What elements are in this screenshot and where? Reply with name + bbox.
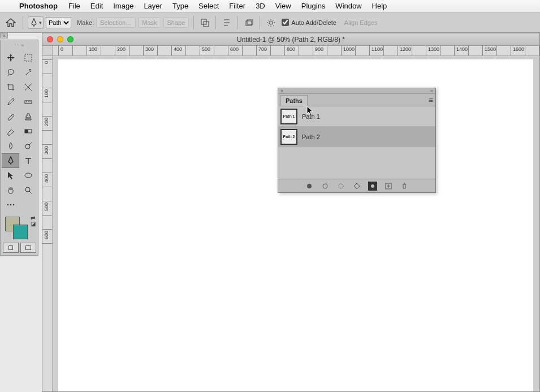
- new-path-icon[interactable]: [384, 182, 393, 191]
- lasso-tool[interactable]: [2, 65, 19, 80]
- color-swatches: ⇄◪: [2, 216, 37, 240]
- load-selection-icon[interactable]: [336, 182, 345, 191]
- menu-help[interactable]: Help: [367, 2, 392, 10]
- tool-empty: [19, 197, 37, 212]
- svg-point-24: [10, 204, 11, 205]
- paths-empty-area[interactable]: [278, 147, 435, 179]
- panel-menu-icon[interactable]: ≡: [429, 96, 433, 105]
- svg-point-30: [371, 184, 374, 188]
- make-work-path-icon[interactable]: [352, 182, 361, 191]
- eyedropper-tool[interactable]: [2, 94, 19, 109]
- eraser-tool[interactable]: [2, 124, 19, 139]
- separator: [260, 16, 260, 29]
- home-button[interactable]: [3, 15, 18, 30]
- canvas-area[interactable]: × « Paths ≡ Path 1Path 1Path 2Path 2: [53, 56, 539, 391]
- dodge-tool[interactable]: [19, 139, 37, 153]
- gear-icon[interactable]: [265, 16, 277, 29]
- svg-point-27: [323, 184, 327, 188]
- svg-point-7: [269, 21, 273, 24]
- brush-tool[interactable]: [2, 109, 19, 124]
- swap-default-colors-icon[interactable]: ⇄◪: [31, 216, 36, 227]
- mac-menu-bar: Photoshop FileEditImageLayerTypeSelectFi…: [0, 0, 540, 12]
- document-titlebar[interactable]: Untitled-1 @ 50% (Path 2, RGB/8) *: [42, 33, 539, 46]
- make-label: Make:: [77, 19, 94, 26]
- slice-tool[interactable]: [19, 80, 37, 94]
- move-tool[interactable]: [2, 50, 19, 65]
- more-tools[interactable]: [2, 197, 19, 212]
- menu-3d[interactable]: 3D: [250, 2, 270, 10]
- ruler-origin[interactable]: [42, 46, 53, 56]
- menu-edit[interactable]: Edit: [85, 2, 108, 10]
- type-tool[interactable]: [19, 153, 37, 168]
- tools-panel-header[interactable]: ⋯ »: [2, 42, 37, 50]
- svg-point-22: [25, 187, 30, 192]
- path-item-label: Path 1: [302, 113, 320, 120]
- tool-mode-select[interactable]: Path: [46, 17, 71, 28]
- path-operations-icon[interactable]: [198, 16, 211, 29]
- panel-tabbar: Paths ≡: [278, 94, 435, 106]
- marquee-tool[interactable]: [19, 50, 37, 65]
- menu-view[interactable]: View: [270, 2, 296, 10]
- make-shape-button[interactable]: Shape: [163, 18, 189, 28]
- standard-mode-icon[interactable]: [3, 243, 19, 253]
- menu-layer[interactable]: Layer: [139, 2, 167, 10]
- svg-rect-16: [25, 54, 32, 61]
- zoom-window-button[interactable]: [67, 36, 74, 42]
- svg-rect-19: [25, 130, 28, 133]
- blur-tool[interactable]: [2, 139, 19, 153]
- hand-tool[interactable]: [2, 183, 19, 197]
- add-mask-icon[interactable]: [368, 182, 377, 191]
- panel-grip[interactable]: × «: [278, 88, 435, 94]
- fill-path-icon[interactable]: [305, 182, 314, 191]
- menu-plugins[interactable]: Plugins: [296, 2, 331, 10]
- svg-line-15: [273, 20, 274, 21]
- stamp-tool[interactable]: [19, 109, 37, 124]
- document-title: Untitled-1 @ 50% (Path 2, RGB/8) *: [42, 36, 539, 44]
- separator: [237, 16, 238, 29]
- make-mask-button[interactable]: Mask: [138, 18, 161, 28]
- path-thumbnail[interactable]: Path 2: [280, 129, 297, 145]
- auto-add-delete-checkbox[interactable]: Auto Add/Delete: [282, 19, 336, 26]
- horizontal-ruler[interactable]: 0100200300400500600700800900100011001200…: [53, 46, 539, 56]
- magic-wand-tool[interactable]: [19, 65, 37, 80]
- menu-type[interactable]: Type: [167, 2, 193, 10]
- gradient-tool[interactable]: [19, 124, 37, 139]
- path-arrange-icon[interactable]: [243, 16, 255, 29]
- menu-window[interactable]: Window: [330, 2, 366, 10]
- menu-file[interactable]: File: [63, 2, 85, 10]
- menu-select[interactable]: Select: [193, 2, 224, 10]
- path-align-icon[interactable]: [221, 16, 233, 29]
- menu-image[interactable]: Image: [108, 2, 139, 10]
- collapsed-dock-toggle[interactable]: «: [0, 33, 8, 38]
- options-bar: ▾ Path Make: Selection… Mask Shape Auto …: [0, 12, 540, 33]
- delete-path-icon[interactable]: [400, 182, 409, 191]
- vertical-ruler[interactable]: 0100200300400500600: [42, 56, 53, 391]
- app-name[interactable]: Photoshop: [14, 2, 63, 10]
- background-color-swatch[interactable]: [13, 225, 28, 239]
- crop-tool[interactable]: [2, 80, 19, 94]
- svg-line-12: [268, 20, 269, 21]
- zoom-tool[interactable]: [19, 183, 37, 197]
- minimize-window-button[interactable]: [57, 36, 63, 42]
- separator: [193, 16, 194, 29]
- path-thumbnail[interactable]: Path 1: [280, 109, 297, 124]
- align-edges-label: Align Edges: [344, 19, 378, 26]
- make-selection-button[interactable]: Selection…: [96, 18, 136, 28]
- stroke-path-icon[interactable]: [321, 182, 330, 191]
- menu-filter[interactable]: Filter: [224, 2, 250, 10]
- close-window-button[interactable]: [47, 36, 53, 42]
- collapse-panel-icon[interactable]: «: [430, 88, 433, 94]
- separator: [215, 16, 216, 29]
- screen-mode-icon[interactable]: [20, 243, 36, 253]
- paths-list: Path 1Path 1Path 2Path 2: [278, 106, 435, 147]
- ellipse-shape-tool[interactable]: [19, 168, 37, 183]
- pen-tool[interactable]: [2, 153, 19, 168]
- ruler-tool[interactable]: [19, 94, 37, 109]
- close-panel-icon[interactable]: ×: [280, 88, 283, 94]
- path-select-tool[interactable]: [2, 168, 19, 183]
- path-item[interactable]: Path 1Path 1: [278, 106, 435, 127]
- paths-panel: × « Paths ≡ Path 1Path 1Path 2Path 2: [278, 88, 436, 193]
- paths-tab[interactable]: Paths: [280, 95, 308, 106]
- current-tool-pen-icon[interactable]: ▾: [28, 16, 44, 29]
- path-item[interactable]: Path 2Path 2: [278, 127, 435, 147]
